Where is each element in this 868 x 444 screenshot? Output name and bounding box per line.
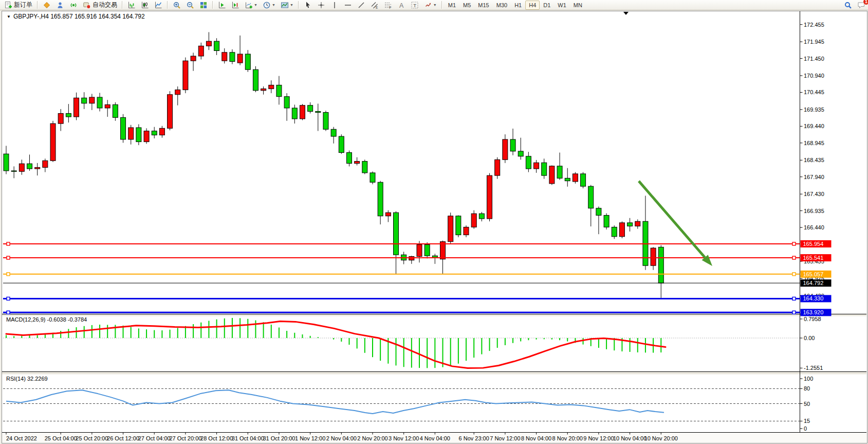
price-tick-label: 166.440 [804,224,824,230]
crosshair-button[interactable] [315,0,327,10]
symbol-menu-arrow-icon[interactable]: ▼ [7,14,11,19]
time-tick-label: 28 Oct 12:00 [200,435,233,441]
notification-badge: 1 [863,0,868,5]
line-chart-button[interactable] [152,0,164,10]
timeframe-button-m1[interactable]: M1 [445,1,459,10]
line-handle[interactable] [792,256,796,259]
line-handle[interactable] [7,297,10,300]
timeframe-button-h1[interactable]: H1 [511,1,525,10]
candle [168,91,173,130]
dropdown-arrow-icon[interactable]: ▼ [290,3,293,7]
timeframe-button-m5[interactable]: M5 [459,1,474,10]
candle [253,66,258,92]
line-handle[interactable] [7,256,10,259]
dropdown-arrow-icon[interactable]: ▼ [433,3,437,7]
candle-body [331,129,336,136]
templates-button[interactable]: ▼ [279,0,296,10]
equidistant-channel-button[interactable]: E [368,0,381,10]
rsi-splitter[interactable] [2,372,866,375]
candle-body [346,153,352,164]
price-chart[interactable]: 172.455171.945171.450170.940170.445169.9… [0,0,868,444]
candle-body [206,41,211,46]
dropdown-arrow-icon[interactable]: ▼ [272,3,275,7]
candle-body [394,212,399,255]
support-line-orange-price-label: 165.057 [803,271,824,277]
metaeditor-icon[interactable] [41,0,53,10]
candle-body [183,61,188,90]
time-tick-label: 27 Oct 04:00 [138,435,171,441]
auto-scroll-button[interactable] [216,0,228,10]
candle-body [230,52,235,62]
timeframe-button-d1[interactable]: D1 [540,1,554,10]
zoom-in-button[interactable] [171,0,183,10]
zoom-out-button[interactable] [184,0,196,10]
text-button[interactable]: A [395,0,408,10]
periods-button[interactable]: ▼ [261,0,278,10]
timeframe-button-w1[interactable]: W1 [554,1,570,10]
horizontal-line-button[interactable] [342,0,354,10]
search-icon[interactable] [842,0,854,10]
candle [323,111,328,131]
time-tick-label: 7 Nov 12:00 [490,435,520,441]
candle-body [27,164,32,169]
dropdown-arrow-icon[interactable]: ▼ [254,3,257,7]
candle-body [214,41,219,50]
line-handle[interactable] [792,311,796,314]
time-tick-label: 1 Nov 12:00 [295,435,325,441]
trendline-icon [357,1,365,9]
tile-windows-button[interactable] [197,0,210,10]
candlestick-chart-button[interactable] [139,0,151,10]
line-handle[interactable] [792,273,796,276]
time-tick-label: 25 Oct 20:00 [76,435,108,441]
bar-chart-button[interactable] [125,0,138,10]
candle-body [385,212,391,216]
candle [495,157,500,179]
candle [487,173,492,222]
zoom-out-icon [186,1,194,9]
candlestick-chart-icon [141,1,149,9]
candle-body [627,223,633,226]
chat-button[interactable]: 1 [855,0,867,10]
time-tick-label: 8 Nov 20:00 [552,435,583,441]
candle-body [159,128,164,135]
fibonacci-button[interactable]: F [382,0,394,10]
vertical-line-button[interactable] [328,0,341,10]
new-order-button[interactable]: 新订单 [2,0,34,10]
candle-body [198,46,204,56]
text-label-button[interactable]: T [409,0,421,10]
chart-shift-button[interactable] [229,0,242,10]
time-tick-label: 10 Nov 04:00 [613,435,647,441]
price-tick-label: 169.440 [804,123,824,129]
new-order-button-label: 新订单 [14,1,32,9]
timeframe-button-m15[interactable]: M15 [474,1,492,10]
candle-body [424,245,430,256]
macd-splitter[interactable] [2,314,866,316]
toolbar-separator [212,1,213,9]
candle-body [269,85,274,88]
line-handle[interactable] [792,297,796,300]
autotrading-button-label: 自动交易 [93,1,117,9]
signals-icon[interactable] [67,0,80,10]
line-handle[interactable] [7,273,10,276]
arrows-button[interactable]: ▼ [422,0,439,10]
candle-body [658,247,663,283]
new-chart-button[interactable]: ▼ [243,0,260,10]
rsi-axis-label: 80 [804,385,810,392]
autotrading-icon [83,1,91,9]
candle-body [168,95,173,129]
timeframe-button-h4[interactable]: H4 [525,1,540,10]
rsi-axis-label: 100 [804,376,813,382]
time-tick-label: 3 Nov 12:00 [389,435,419,441]
trendline-button[interactable] [355,0,367,10]
candle [300,104,305,120]
line-handle[interactable] [792,242,796,245]
line-handle[interactable] [7,311,10,314]
cursor-button[interactable] [302,0,314,10]
timeframe-button-m30[interactable]: M30 [493,1,511,10]
line-handle[interactable] [7,242,10,245]
market-watch-profile-icon[interactable] [54,0,66,10]
price-tick-label: 166.935 [804,208,824,214]
autotrading-button[interactable]: 自动交易 [81,0,119,10]
timeframe-button-mn[interactable]: MN [570,1,586,10]
candle-body [276,85,282,96]
